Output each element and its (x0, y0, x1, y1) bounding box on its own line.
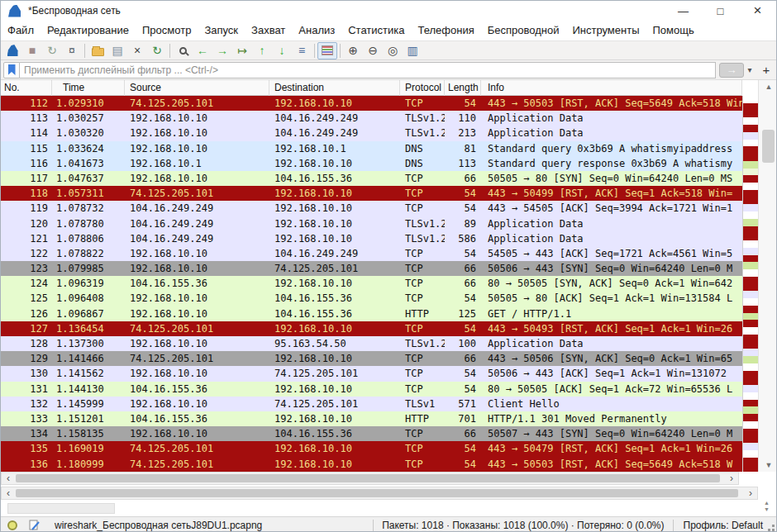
profile-label[interactable]: Профиль: Default (673, 520, 769, 531)
filter-dropdown-caret[interactable]: ▾ (744, 63, 756, 78)
stop-capture-button[interactable]: ■ (22, 42, 42, 59)
colorize-packets-button[interactable] (317, 42, 337, 59)
packet-row-112[interactable]: 1121.02931074.125.205.101192.168.10.10TC… (1, 96, 742, 111)
packet-row-130[interactable]: 1301.141562192.168.10.1074.125.205.101TC… (1, 366, 742, 381)
packet-row-136[interactable]: 1361.18099974.125.205.101192.168.10.10TC… (1, 457, 742, 472)
maximize-button[interactable]: □ (702, 1, 739, 21)
cell-len: 66 (445, 276, 481, 291)
menu-item-capture[interactable]: Захват (245, 21, 292, 40)
packet-row-120[interactable]: 1201.078780104.16.249.249192.168.10.10TL… (1, 216, 742, 231)
column-header-destination[interactable]: Destination (269, 80, 400, 96)
packet-row-127[interactable]: 1271.13645474.125.205.101192.168.10.10TC… (1, 321, 742, 336)
go-forward-button[interactable]: → (212, 42, 232, 59)
restart-capture-button[interactable]: ↻ (42, 42, 62, 59)
column-header-no[interactable]: No. (1, 80, 52, 96)
resize-columns-icon: ▥ (407, 44, 417, 57)
minimap-stripe (743, 400, 758, 407)
column-header-source[interactable]: Source (125, 80, 269, 96)
packet-row-133[interactable]: 1331.151201104.16.155.36192.168.10.10HTT… (1, 411, 742, 426)
packet-row-135[interactable]: 1351.16901974.125.205.101192.168.10.10TC… (1, 441, 742, 456)
find-packet-button[interactable] (173, 42, 193, 59)
menu-item-tools[interactable]: Инструменты (565, 21, 646, 40)
cell-proto: DNS (400, 156, 445, 171)
packet-row-124[interactable]: 1241.096319104.16.155.36192.168.10.10TCP… (1, 276, 742, 291)
minimap-stripe (743, 233, 758, 240)
hscroll-thumb[interactable] (16, 474, 720, 482)
resize-columns-button[interactable]: ▥ (403, 42, 422, 59)
hscroll2-right-icon[interactable]: › (744, 487, 757, 499)
menu-item-statistics[interactable]: Статистика (341, 21, 411, 40)
menu-item-analyze[interactable]: Анализ (292, 21, 341, 40)
capture-options-button[interactable]: ¤ (62, 42, 82, 59)
scroll-up-icon[interactable]: ▲ (759, 81, 777, 93)
packet-row-115[interactable]: 1151.033624192.168.10.10192.168.10.1DNS8… (1, 141, 742, 156)
zoom-reset-button[interactable]: ◎ (383, 42, 403, 59)
open-file-button[interactable] (88, 42, 107, 59)
go-last-packet-button[interactable]: ↓ (272, 42, 292, 59)
packet-row-122[interactable]: 1221.078822192.168.10.10104.16.249.249TC… (1, 246, 742, 261)
add-filter-button[interactable]: + (759, 63, 774, 78)
packet-list-hscrollbar[interactable]: ‹ › (1, 472, 739, 485)
packet-row-121[interactable]: 1211.078806104.16.249.249192.168.10.10TL… (1, 231, 742, 246)
packet-row-114[interactable]: 1141.030320192.168.10.10104.16.249.249TL… (1, 126, 742, 140)
packet-row-132[interactable]: 1321.145999192.168.10.1074.125.205.101TL… (1, 397, 742, 411)
column-header-length[interactable]: Length (445, 80, 481, 96)
column-header-protocol[interactable]: Protocol (400, 80, 445, 96)
cell-no: 124 (1, 276, 52, 291)
display-filter-input[interactable] (20, 62, 716, 78)
hscroll2-left-icon[interactable]: ‹ (2, 487, 15, 499)
zoom-in-button[interactable]: ⊕ (343, 42, 363, 59)
menu-item-file[interactable]: Файл (1, 21, 41, 40)
packet-row-126[interactable]: 1261.096867192.168.10.10104.16.155.36HTT… (1, 306, 742, 321)
capture-comment-icon[interactable] (29, 520, 40, 530)
auto-scroll-button[interactable]: ≡ (292, 42, 312, 59)
menu-item-help[interactable]: Помощь (646, 21, 701, 40)
hscroll-left-icon[interactable]: ‹ (2, 473, 15, 484)
minimize-button[interactable]: — (665, 1, 702, 21)
scrollbar-minimap[interactable] (742, 96, 758, 472)
packet-row-128[interactable]: 1281.137300192.168.10.1095.163.54.50TLSv… (1, 336, 742, 351)
go-first-packet-button[interactable]: ↑ (252, 42, 272, 59)
packet-row-129[interactable]: 1291.14146674.125.205.101192.168.10.10TC… (1, 351, 742, 366)
vertical-scrollbar-thumb[interactable] (762, 130, 775, 163)
packet-row-113[interactable]: 1131.030257192.168.10.10104.16.249.249TL… (1, 111, 742, 126)
vertical-scrollbar[interactable]: ▲ ▼ (758, 80, 777, 472)
zoom-out-button[interactable]: ⊖ (363, 42, 383, 59)
menu-item-view[interactable]: Просмотр (136, 21, 198, 40)
packet-row-118[interactable]: 1181.05731174.125.205.101192.168.10.10TC… (1, 186, 742, 201)
menu-item-telephony[interactable]: Телефония (411, 21, 480, 40)
expert-info-icon[interactable] (7, 520, 17, 530)
hscroll-right-icon[interactable]: › (725, 473, 738, 484)
packet-row-117[interactable]: 1171.047637192.168.10.10104.16.155.36TCP… (1, 171, 742, 186)
reload-file-button[interactable]: ↻ (147, 42, 167, 59)
go-back-button[interactable]: ← (193, 42, 212, 59)
packet-row-134[interactable]: 1341.158135192.168.10.10104.16.155.36TCP… (1, 426, 742, 441)
start-capture-button[interactable] (2, 42, 22, 59)
cell-info: 80 → 50505 [SYN, ACK] Seq=0 Ack=1 Win=64… (481, 276, 742, 291)
packet-row-125[interactable]: 1251.096408192.168.10.10104.16.155.36TCP… (1, 291, 742, 306)
close-button[interactable]: × (739, 1, 776, 21)
cell-dst: 192.168.10.10 (269, 186, 400, 201)
save-file-button[interactable]: ▤ (107, 42, 127, 59)
apply-filter-button[interactable]: → (719, 63, 744, 78)
packet-row-131[interactable]: 1311.144130104.16.155.36192.168.10.10TCP… (1, 382, 742, 397)
secondary-hscrollbar[interactable]: ‹ › (1, 487, 758, 500)
minimap-stripe (743, 175, 758, 183)
packet-row-123[interactable]: 1231.079985192.168.10.1074.125.205.101TC… (1, 261, 742, 276)
go-to-packet-button[interactable]: ↦ (232, 42, 252, 59)
close-file-button[interactable]: × (127, 42, 147, 59)
filter-bookmark-button[interactable] (3, 62, 20, 78)
menu-item-edit[interactable]: Редактирование (41, 21, 136, 40)
hscroll2-thumb[interactable] (16, 489, 738, 497)
scroll-down-icon[interactable]: ▼ (759, 459, 777, 471)
menu-item-go[interactable]: Запуск (198, 21, 245, 40)
packet-stats: Пакеты: 1018 · Показаны: 1018 (100.0%) ·… (373, 520, 664, 531)
resize-grip[interactable] (772, 529, 775, 531)
column-header-info[interactable]: Info (481, 80, 742, 96)
packet-row-116[interactable]: 1161.041673192.168.10.1192.168.10.10DNS1… (1, 156, 742, 171)
menu-item-wireless[interactable]: Беспроводной (481, 21, 566, 40)
packet-row-119[interactable]: 1191.078732104.16.249.249192.168.10.10TC… (1, 201, 742, 216)
column-header-time[interactable]: Time (52, 80, 125, 96)
minimap-stripe (743, 342, 758, 349)
pane-spinner[interactable]: ▲▼ (764, 500, 770, 513)
